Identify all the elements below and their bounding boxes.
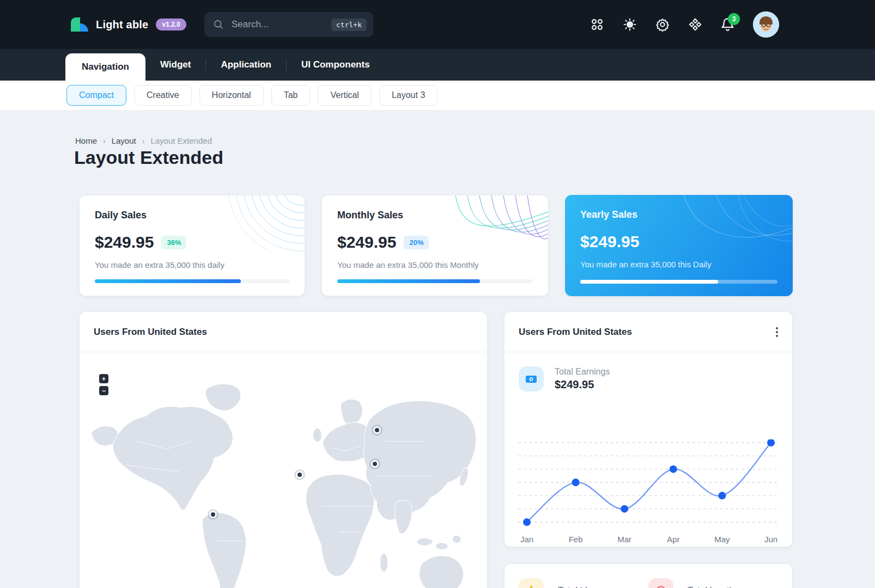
pill-vertical[interactable]: Vertical (318, 85, 371, 106)
diamonds-icon[interactable] (688, 17, 702, 32)
tab-application-label: Application (221, 59, 271, 70)
tab-ui-components[interactable]: UI Components (287, 49, 385, 81)
x-tick-label: Feb (569, 535, 583, 544)
pill-compact[interactable]: Compact (66, 85, 126, 106)
earnings-value: $249.95 (555, 378, 610, 391)
page-title: Layout Extended (74, 147, 223, 168)
bolt-icon (519, 578, 544, 588)
pill-compact-label: Compact (79, 90, 114, 100)
percent-badge: 36% (161, 236, 186, 249)
kebab-menu-icon[interactable] (776, 327, 778, 337)
x-tick-label: Jun (764, 535, 777, 544)
progress-bar (580, 280, 777, 284)
card-caption: You made an extra 35,000 this Monthly (337, 260, 533, 270)
tab-navigation-label: Navigation (82, 62, 129, 72)
map-marker-russia[interactable] (373, 426, 381, 434)
avatar[interactable] (753, 11, 779, 38)
monthly-sales-card: Monthly Sales $249.95 20% You made an ex… (321, 195, 549, 296)
line-chart (518, 439, 780, 528)
users-earnings-card: Users From United States Total Earnings … (504, 311, 793, 547)
cash-icon (519, 366, 544, 391)
search-box[interactable]: ctrl+k (204, 12, 373, 37)
x-tick-label: Apr (667, 535, 679, 544)
card-amount: $249.95 (337, 233, 396, 252)
map-marker-egypt[interactable] (296, 471, 303, 479)
earnings-label: Total Earnings (555, 367, 610, 377)
breadcrumb: Home › Layout › Layout Extended (75, 136, 212, 145)
gear-icon[interactable] (655, 17, 670, 32)
search-input[interactable] (230, 19, 331, 30)
tab-widget-label: Widget (160, 59, 191, 70)
card-title: Monthly Sales (337, 210, 533, 221)
card-amount: $249.95 (95, 233, 154, 252)
apps-grid-icon[interactable] (590, 17, 604, 32)
card-caption: You made an extra 35,000 this Daily (580, 260, 777, 269)
notification-badge: 3 (728, 13, 740, 25)
x-tick-label: Jan (520, 535, 533, 544)
tab-widget[interactable]: Widget (145, 49, 206, 81)
earnings-card-title: Users From United States (519, 327, 632, 338)
progress-bar (337, 279, 533, 283)
breadcrumb-home[interactable]: Home (75, 136, 97, 145)
totals-card: Total ideas Total location (504, 564, 793, 588)
chevron-right-icon: › (142, 137, 145, 145)
arcs-decoration (651, 195, 793, 266)
tab-navigation[interactable]: Navigation (65, 53, 145, 81)
search-icon (213, 19, 224, 30)
page: Light able v1.2.0 ctrl+k (0, 0, 875, 588)
pill-horizontal-label: Horizontal (212, 90, 251, 100)
x-tick-label: May (714, 535, 730, 544)
search-shortcut: ctrl+k (331, 19, 367, 31)
total-ideas-label: Total ideas (558, 585, 602, 588)
x-tick-label: Mar (617, 535, 631, 544)
total-location-label: Total location (688, 585, 742, 588)
pill-tab[interactable]: Tab (271, 85, 311, 106)
pill-creative-label: Creative (147, 90, 179, 100)
pill-creative[interactable]: Creative (134, 85, 192, 106)
card-title: Yearly Sales (580, 209, 777, 220)
card-caption: You made an extra 35,000 this daily (95, 260, 289, 270)
pill-tab-label: Tab (284, 90, 298, 100)
world-map: + − (80, 352, 487, 588)
pill-layout-3[interactable]: Layout 3 (379, 85, 437, 106)
pill-horizontal[interactable]: Horizontal (199, 85, 264, 106)
yearly-sales-card: Yearly Sales $249.95 You made an extra 3… (565, 195, 793, 296)
pill-vertical-label: Vertical (330, 90, 358, 100)
version-badge: v1.2.0 (156, 19, 186, 30)
target-icon (648, 578, 673, 588)
nav-tabs-bar: Navigation Widget Application UI Compone… (0, 49, 875, 81)
map-marker-brazil[interactable] (209, 511, 217, 518)
daily-sales-card: Daily Sales $249.95 36% You made an extr… (79, 195, 305, 296)
total-location-item: Total location (648, 578, 778, 588)
subnav-pills-bar: Compact Creative Horizontal Tab Vertical… (0, 81, 875, 110)
chevron-right-icon: › (103, 137, 106, 145)
breadcrumb-current: Layout Extended (150, 136, 212, 145)
logo-icon (70, 16, 88, 33)
map-card-title: Users From United States (94, 327, 207, 338)
top-header: Light able v1.2.0 ctrl+k (0, 0, 875, 49)
world-map-image (89, 376, 478, 588)
percent-badge: 20% (404, 236, 429, 249)
card-amount: $249.95 (580, 232, 639, 251)
breadcrumb-layout[interactable]: Layout (112, 136, 136, 145)
pill-layout-3-label: Layout 3 (392, 90, 425, 100)
total-ideas-item: Total ideas (519, 578, 648, 588)
users-map-card: Users From United States + − (79, 311, 488, 588)
tab-ui-components-label: UI Components (301, 59, 370, 70)
progress-bar (95, 279, 289, 283)
chart-x-axis-labels: JanFebMarAprMayJun (505, 535, 792, 546)
card-title: Daily Sales (95, 210, 289, 221)
header-icons: 3 (590, 0, 779, 49)
brand[interactable]: Light able v1.2.0 (70, 0, 186, 49)
bell-icon[interactable]: 3 (720, 17, 735, 32)
brand-name: Light able (96, 19, 148, 31)
tab-application[interactable]: Application (206, 49, 286, 81)
sun-icon[interactable] (622, 17, 637, 32)
